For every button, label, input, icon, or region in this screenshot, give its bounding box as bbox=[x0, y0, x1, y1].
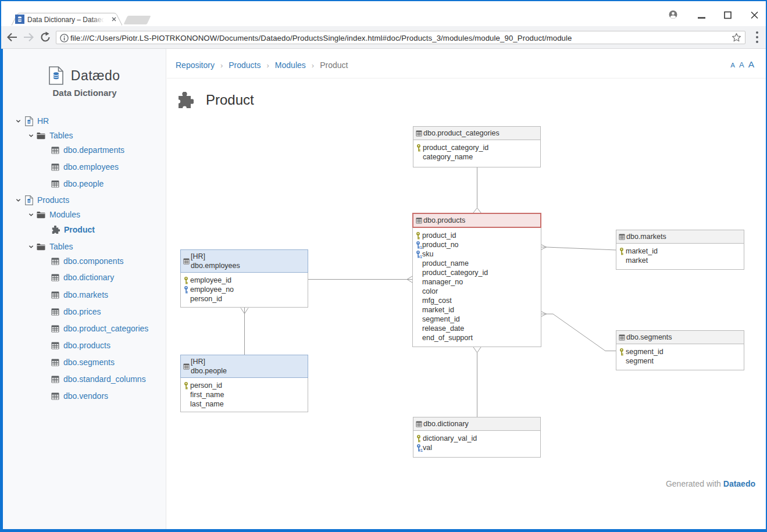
svg-text:1: 1 bbox=[420, 448, 423, 452]
svg-text:1: 1 bbox=[420, 255, 422, 258]
svg-text:1: 1 bbox=[420, 245, 422, 249]
